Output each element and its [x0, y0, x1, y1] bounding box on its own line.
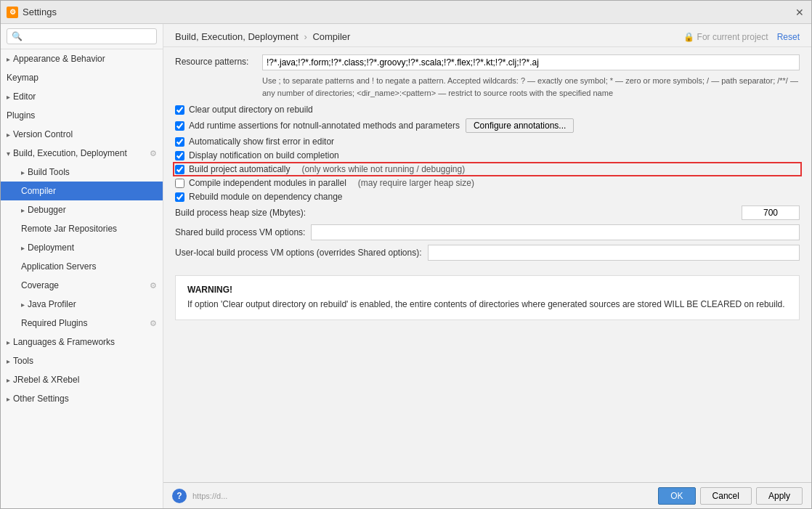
sidebar-item-label: Required Plugins — [21, 317, 87, 330]
panel-header: Build, Execution, Deployment › Compiler … — [163, 24, 811, 47]
sidebar-item-label: Languages & Frameworks — [13, 335, 115, 349]
lock-icon: 🔒 — [683, 32, 694, 42]
cancel-button[interactable]: Cancel — [700, 487, 752, 505]
sidebar-item-tools[interactable]: ▸Tools — [1, 351, 163, 370]
user-vm-input[interactable] — [428, 245, 800, 261]
sidebar-item-label: Plugins — [7, 109, 35, 122]
search-container — [1, 24, 163, 49]
breadcrumb-separator: › — [304, 31, 309, 42]
sidebar-item-coverage[interactable]: Coverage⚙ — [1, 276, 163, 295]
checkbox-rebuild-module[interactable] — [175, 192, 184, 202]
checkboxes-container: Clear output directory on rebuildAdd run… — [175, 105, 800, 202]
app-icon: ⚙ — [7, 7, 18, 18]
resource-patterns-row: Resource patterns: — [175, 54, 800, 70]
checkbox-row-clear-output: Clear output directory on rebuild — [175, 105, 800, 115]
checkbox-clear-output[interactable] — [175, 105, 184, 115]
settings-window: ⚙ Settings ✕ ▸Appearance & BehaviorKeyma… — [0, 0, 812, 509]
main-content: ▸Appearance & BehaviorKeymap▸EditorPlugi… — [1, 24, 811, 508]
shared-vm-label: Shared build process VM options: — [175, 227, 305, 237]
toggle-icon: ▸ — [7, 129, 10, 140]
heap-size-input[interactable] — [742, 205, 800, 220]
warning-text: If option 'Clear output directory on reb… — [187, 298, 787, 311]
checkbox-label-build-auto[interactable]: Build project automatically — [189, 164, 290, 174]
ok-button[interactable]: OK — [658, 487, 695, 505]
checkbox-show-first-error[interactable] — [175, 137, 184, 147]
sidebar-item-keymap[interactable]: Keymap — [1, 68, 163, 87]
sidebar-item-build-execution[interactable]: ▾Build, Execution, Deployment⚙ — [1, 144, 163, 163]
sidebar-nav: ▸Appearance & BehaviorKeymap▸EditorPlugi… — [1, 49, 163, 408]
for-current-project: 🔒 For current project — [683, 32, 768, 42]
toggle-icon: ▾ — [7, 148, 10, 159]
toggle-icon: ▸ — [21, 243, 25, 253]
checkbox-build-auto[interactable] — [175, 165, 184, 174]
configure-annotations-button[interactable]: Configure annotations... — [466, 118, 574, 133]
checkbox-row-show-first-error: Automatically show first error in editor — [175, 137, 800, 147]
breadcrumb-part2: Compiler — [312, 31, 350, 42]
breadcrumb-part1: Build, Execution, Deployment — [175, 31, 299, 42]
sidebar-item-label: Build Tools — [28, 166, 70, 179]
toggle-icon: ▸ — [21, 299, 25, 310]
resource-patterns-label: Resource patterns: — [175, 54, 262, 67]
checkbox-add-runtime[interactable] — [175, 121, 184, 131]
warning-title: WARNING! — [187, 285, 787, 295]
close-button[interactable]: ✕ — [794, 7, 805, 18]
checkbox-label-rebuild-module[interactable]: Rebuild module on dependency change — [189, 192, 343, 202]
sidebar: ▸Appearance & BehaviorKeymap▸EditorPlugi… — [1, 24, 163, 508]
sidebar-item-label: JRebel & XRebel — [13, 373, 79, 386]
user-vm-label: User-local build process VM options (ove… — [175, 248, 422, 258]
sidebar-item-editor[interactable]: ▸Editor — [1, 87, 163, 106]
shared-vm-row: Shared build process VM options: — [175, 224, 800, 240]
resource-patterns-field — [262, 54, 800, 70]
warning-box: WARNING! If option 'Clear output directo… — [175, 275, 800, 320]
inline-note: (may require larger heap size) — [358, 178, 474, 188]
resource-patterns-input[interactable] — [262, 54, 800, 70]
sidebar-item-label: Build, Execution, Deployment — [13, 147, 127, 160]
sidebar-item-version-control[interactable]: ▸Version Control — [1, 125, 163, 144]
sidebar-item-appearance[interactable]: ▸Appearance & Behavior — [1, 49, 163, 68]
inline-note: (only works while not running / debuggin… — [301, 164, 465, 174]
search-input[interactable] — [7, 28, 157, 44]
sidebar-item-label: Version Control — [13, 128, 73, 141]
checkbox-label-add-runtime[interactable]: Add runtime assertions for notnull-annot… — [189, 121, 460, 131]
sidebar-item-plugins[interactable]: Plugins — [1, 106, 163, 125]
gear-icon: ⚙ — [150, 317, 157, 330]
checkbox-label-show-first-error[interactable]: Automatically show first error in editor — [189, 137, 334, 147]
sidebar-item-java-profiler[interactable]: ▸Java Profiler — [1, 295, 163, 314]
sidebar-item-app-servers[interactable]: Application Servers — [1, 257, 163, 276]
sidebar-item-label: Other Settings — [13, 392, 69, 405]
checkbox-label-compile-parallel[interactable]: Compile independent modules in parallel — [189, 178, 346, 188]
sidebar-item-compiler[interactable]: Compiler — [1, 182, 163, 200]
sidebar-item-deployment[interactable]: ▸Deployment — [1, 238, 163, 257]
toggle-icon: ▸ — [21, 205, 25, 216]
toggle-icon: ▸ — [7, 54, 10, 65]
sidebar-item-label: Keymap — [7, 71, 38, 84]
sidebar-item-label: Debugger — [28, 203, 66, 216]
checkbox-display-notification[interactable] — [175, 151, 184, 160]
sidebar-item-languages[interactable]: ▸Languages & Frameworks — [1, 333, 163, 351]
checkbox-label-clear-output[interactable]: Clear output directory on rebuild — [189, 105, 313, 115]
apply-button[interactable]: Apply — [756, 487, 803, 505]
toggle-icon: ▸ — [7, 356, 10, 367]
sidebar-item-debugger[interactable]: ▸Debugger — [1, 200, 163, 219]
breadcrumb: Build, Execution, Deployment › Compiler — [175, 31, 675, 42]
sidebar-item-label: Compiler — [21, 184, 56, 198]
sidebar-item-build-tools[interactable]: ▸Build Tools — [1, 163, 163, 182]
checkbox-label-display-notification[interactable]: Display notification on build completion — [189, 150, 339, 160]
help-button[interactable]: ? — [172, 489, 187, 503]
toggle-icon: ▸ — [7, 394, 10, 404]
sidebar-item-required-plugins[interactable]: Required Plugins⚙ — [1, 314, 163, 333]
sidebar-item-remote-jar[interactable]: Remote Jar Repositories — [1, 219, 163, 238]
toggle-icon: ▸ — [7, 337, 10, 348]
sidebar-item-other-settings[interactable]: ▸Other Settings — [1, 389, 163, 408]
sidebar-item-jrebel[interactable]: ▸JRebel & XRebel — [1, 370, 163, 389]
reset-button[interactable]: Reset — [777, 32, 800, 42]
checkbox-section-row: Add runtime assertions for notnull-annot… — [175, 118, 800, 133]
title-bar: ⚙ Settings ✕ — [1, 1, 811, 24]
url-hint: https://d... — [192, 492, 227, 500]
checkbox-compile-parallel[interactable] — [175, 179, 184, 188]
heap-size-row: Build process heap size (Mbytes): — [175, 205, 800, 220]
checkbox-row-rebuild-module: Rebuild module on dependency change — [175, 192, 800, 202]
sidebar-item-label: Deployment — [28, 241, 74, 254]
shared-vm-input[interactable] — [311, 224, 800, 240]
main-panel: Build, Execution, Deployment › Compiler … — [163, 24, 811, 508]
